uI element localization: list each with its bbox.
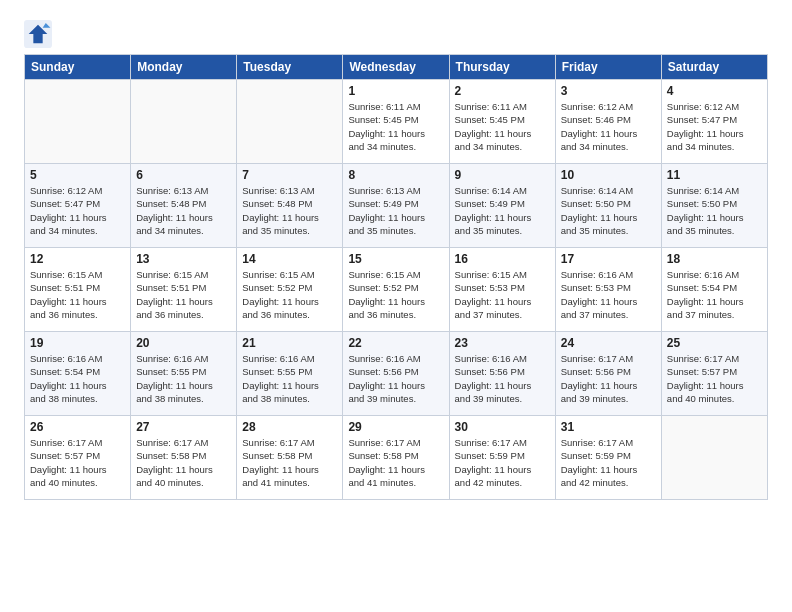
day-cell: 1Sunrise: 6:11 AMSunset: 5:45 PMDaylight… — [343, 80, 449, 164]
header — [24, 20, 768, 48]
day-info: Sunrise: 6:16 AMSunset: 5:54 PMDaylight:… — [30, 352, 125, 405]
day-cell: 22Sunrise: 6:16 AMSunset: 5:56 PMDayligh… — [343, 332, 449, 416]
day-number: 14 — [242, 252, 337, 266]
day-cell: 10Sunrise: 6:14 AMSunset: 5:50 PMDayligh… — [555, 164, 661, 248]
day-cell: 17Sunrise: 6:16 AMSunset: 5:53 PMDayligh… — [555, 248, 661, 332]
day-cell: 24Sunrise: 6:17 AMSunset: 5:56 PMDayligh… — [555, 332, 661, 416]
day-info: Sunrise: 6:17 AMSunset: 5:58 PMDaylight:… — [348, 436, 443, 489]
day-cell: 5Sunrise: 6:12 AMSunset: 5:47 PMDaylight… — [25, 164, 131, 248]
day-cell: 15Sunrise: 6:15 AMSunset: 5:52 PMDayligh… — [343, 248, 449, 332]
day-number: 30 — [455, 420, 550, 434]
week-row-1: 1Sunrise: 6:11 AMSunset: 5:45 PMDaylight… — [25, 80, 768, 164]
day-number: 12 — [30, 252, 125, 266]
day-info: Sunrise: 6:15 AMSunset: 5:52 PMDaylight:… — [242, 268, 337, 321]
day-number: 31 — [561, 420, 656, 434]
day-info: Sunrise: 6:17 AMSunset: 5:56 PMDaylight:… — [561, 352, 656, 405]
day-cell: 26Sunrise: 6:17 AMSunset: 5:57 PMDayligh… — [25, 416, 131, 500]
day-info: Sunrise: 6:12 AMSunset: 5:47 PMDaylight:… — [667, 100, 762, 153]
day-cell: 25Sunrise: 6:17 AMSunset: 5:57 PMDayligh… — [661, 332, 767, 416]
day-cell — [131, 80, 237, 164]
day-cell: 12Sunrise: 6:15 AMSunset: 5:51 PMDayligh… — [25, 248, 131, 332]
week-row-3: 12Sunrise: 6:15 AMSunset: 5:51 PMDayligh… — [25, 248, 768, 332]
week-row-4: 19Sunrise: 6:16 AMSunset: 5:54 PMDayligh… — [25, 332, 768, 416]
day-cell: 6Sunrise: 6:13 AMSunset: 5:48 PMDaylight… — [131, 164, 237, 248]
day-number: 4 — [667, 84, 762, 98]
day-number: 25 — [667, 336, 762, 350]
day-number: 1 — [348, 84, 443, 98]
day-number: 5 — [30, 168, 125, 182]
day-number: 21 — [242, 336, 337, 350]
week-row-2: 5Sunrise: 6:12 AMSunset: 5:47 PMDaylight… — [25, 164, 768, 248]
day-info: Sunrise: 6:17 AMSunset: 5:59 PMDaylight:… — [455, 436, 550, 489]
col-header-monday: Monday — [131, 55, 237, 80]
day-cell: 14Sunrise: 6:15 AMSunset: 5:52 PMDayligh… — [237, 248, 343, 332]
day-number: 24 — [561, 336, 656, 350]
day-number: 6 — [136, 168, 231, 182]
day-info: Sunrise: 6:12 AMSunset: 5:46 PMDaylight:… — [561, 100, 656, 153]
day-info: Sunrise: 6:11 AMSunset: 5:45 PMDaylight:… — [348, 100, 443, 153]
day-cell: 13Sunrise: 6:15 AMSunset: 5:51 PMDayligh… — [131, 248, 237, 332]
day-info: Sunrise: 6:17 AMSunset: 5:58 PMDaylight:… — [136, 436, 231, 489]
day-cell: 7Sunrise: 6:13 AMSunset: 5:48 PMDaylight… — [237, 164, 343, 248]
day-info: Sunrise: 6:17 AMSunset: 5:57 PMDaylight:… — [30, 436, 125, 489]
day-cell: 8Sunrise: 6:13 AMSunset: 5:49 PMDaylight… — [343, 164, 449, 248]
day-number: 23 — [455, 336, 550, 350]
calendar-table: SundayMondayTuesdayWednesdayThursdayFrid… — [24, 54, 768, 500]
day-cell — [25, 80, 131, 164]
day-info: Sunrise: 6:12 AMSunset: 5:47 PMDaylight:… — [30, 184, 125, 237]
col-header-tuesday: Tuesday — [237, 55, 343, 80]
day-cell: 4Sunrise: 6:12 AMSunset: 5:47 PMDaylight… — [661, 80, 767, 164]
day-number: 11 — [667, 168, 762, 182]
day-info: Sunrise: 6:14 AMSunset: 5:50 PMDaylight:… — [667, 184, 762, 237]
logo — [24, 20, 56, 48]
day-number: 2 — [455, 84, 550, 98]
day-info: Sunrise: 6:16 AMSunset: 5:55 PMDaylight:… — [136, 352, 231, 405]
day-cell: 29Sunrise: 6:17 AMSunset: 5:58 PMDayligh… — [343, 416, 449, 500]
day-info: Sunrise: 6:14 AMSunset: 5:50 PMDaylight:… — [561, 184, 656, 237]
day-cell — [661, 416, 767, 500]
day-info: Sunrise: 6:15 AMSunset: 5:52 PMDaylight:… — [348, 268, 443, 321]
col-header-friday: Friday — [555, 55, 661, 80]
header-row: SundayMondayTuesdayWednesdayThursdayFrid… — [25, 55, 768, 80]
day-info: Sunrise: 6:16 AMSunset: 5:54 PMDaylight:… — [667, 268, 762, 321]
col-header-thursday: Thursday — [449, 55, 555, 80]
day-cell: 21Sunrise: 6:16 AMSunset: 5:55 PMDayligh… — [237, 332, 343, 416]
day-number: 3 — [561, 84, 656, 98]
day-info: Sunrise: 6:16 AMSunset: 5:53 PMDaylight:… — [561, 268, 656, 321]
day-cell: 16Sunrise: 6:15 AMSunset: 5:53 PMDayligh… — [449, 248, 555, 332]
day-cell: 23Sunrise: 6:16 AMSunset: 5:56 PMDayligh… — [449, 332, 555, 416]
day-cell: 11Sunrise: 6:14 AMSunset: 5:50 PMDayligh… — [661, 164, 767, 248]
col-header-wednesday: Wednesday — [343, 55, 449, 80]
day-info: Sunrise: 6:15 AMSunset: 5:53 PMDaylight:… — [455, 268, 550, 321]
day-number: 26 — [30, 420, 125, 434]
day-info: Sunrise: 6:15 AMSunset: 5:51 PMDaylight:… — [30, 268, 125, 321]
day-info: Sunrise: 6:15 AMSunset: 5:51 PMDaylight:… — [136, 268, 231, 321]
day-cell: 18Sunrise: 6:16 AMSunset: 5:54 PMDayligh… — [661, 248, 767, 332]
day-cell: 31Sunrise: 6:17 AMSunset: 5:59 PMDayligh… — [555, 416, 661, 500]
day-number: 13 — [136, 252, 231, 266]
day-cell: 20Sunrise: 6:16 AMSunset: 5:55 PMDayligh… — [131, 332, 237, 416]
week-row-5: 26Sunrise: 6:17 AMSunset: 5:57 PMDayligh… — [25, 416, 768, 500]
day-info: Sunrise: 6:17 AMSunset: 5:57 PMDaylight:… — [667, 352, 762, 405]
day-number: 17 — [561, 252, 656, 266]
day-number: 27 — [136, 420, 231, 434]
day-number: 10 — [561, 168, 656, 182]
day-info: Sunrise: 6:17 AMSunset: 5:59 PMDaylight:… — [561, 436, 656, 489]
day-cell: 30Sunrise: 6:17 AMSunset: 5:59 PMDayligh… — [449, 416, 555, 500]
day-cell: 28Sunrise: 6:17 AMSunset: 5:58 PMDayligh… — [237, 416, 343, 500]
day-info: Sunrise: 6:14 AMSunset: 5:49 PMDaylight:… — [455, 184, 550, 237]
day-number: 29 — [348, 420, 443, 434]
col-header-sunday: Sunday — [25, 55, 131, 80]
day-number: 7 — [242, 168, 337, 182]
day-info: Sunrise: 6:11 AMSunset: 5:45 PMDaylight:… — [455, 100, 550, 153]
col-header-saturday: Saturday — [661, 55, 767, 80]
day-cell: 19Sunrise: 6:16 AMSunset: 5:54 PMDayligh… — [25, 332, 131, 416]
day-info: Sunrise: 6:13 AMSunset: 5:48 PMDaylight:… — [136, 184, 231, 237]
day-cell: 3Sunrise: 6:12 AMSunset: 5:46 PMDaylight… — [555, 80, 661, 164]
day-info: Sunrise: 6:17 AMSunset: 5:58 PMDaylight:… — [242, 436, 337, 489]
day-info: Sunrise: 6:13 AMSunset: 5:48 PMDaylight:… — [242, 184, 337, 237]
day-number: 28 — [242, 420, 337, 434]
day-number: 9 — [455, 168, 550, 182]
day-number: 20 — [136, 336, 231, 350]
day-number: 16 — [455, 252, 550, 266]
